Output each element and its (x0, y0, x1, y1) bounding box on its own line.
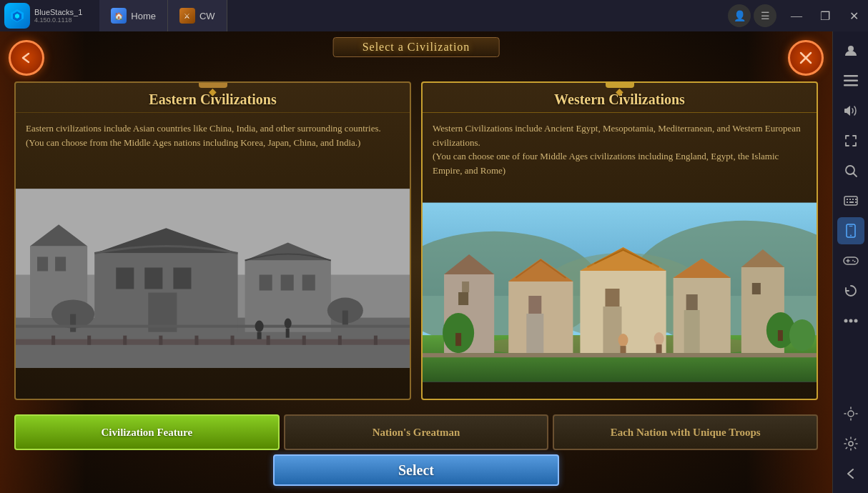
svg-rect-84 (847, 199, 848, 200)
svg-point-102 (848, 411, 854, 417)
svg-rect-18 (260, 274, 272, 290)
topbar: BlueStacks_1 4.150.0.1118 🏠 Home ⚔ CW 👤 … (0, 0, 868, 31)
tab-nations-greatman[interactable]: Nation's Greatman (284, 414, 549, 450)
western-civ-card[interactable]: ◆ Western Civilizations Western Civiliza… (421, 81, 818, 400)
sidebar-settings-icon[interactable] (837, 430, 864, 457)
topbar-icons: 👤 ☰ (728, 4, 776, 27)
sidebar-keyboard-icon[interactable] (837, 187, 864, 214)
title-bar: Select a Civilization (333, 37, 500, 57)
back-button[interactable] (9, 40, 44, 76)
tab-cw[interactable]: ⚔ CW (168, 0, 227, 31)
svg-point-77 (848, 46, 854, 51)
menu-icon[interactable]: ☰ (754, 4, 776, 27)
svg-rect-54 (528, 296, 541, 314)
svg-point-26 (255, 321, 264, 332)
svg-rect-22 (70, 314, 76, 332)
restore-button[interactable]: ❐ (811, 0, 839, 31)
sidebar-brightness-icon[interactable] (837, 400, 864, 427)
svg-point-107 (849, 442, 853, 446)
sidebar-account-icon[interactable] (837, 37, 864, 64)
svg-rect-14 (173, 267, 191, 289)
sidebar-back-icon[interactable] (837, 460, 864, 487)
app-version: 4.150.0.1118 (34, 16, 89, 24)
western-image (423, 186, 817, 399)
svg-rect-19 (281, 274, 294, 290)
svg-rect-8 (37, 257, 48, 271)
svg-point-98 (854, 261, 855, 262)
svg-point-101 (854, 319, 857, 323)
svg-rect-63 (684, 310, 700, 353)
svg-rect-9 (55, 257, 66, 271)
sidebar-volume-icon[interactable] (837, 97, 864, 124)
svg-rect-24 (342, 311, 348, 325)
svg-rect-90 (855, 201, 857, 203)
svg-rect-36 (231, 336, 235, 345)
svg-rect-89 (849, 201, 854, 203)
eastern-desc: Eastern civilizations include Asian coun… (16, 113, 410, 158)
tab-unique-troops[interactable]: Each Nation with Unique Troops (553, 414, 818, 450)
svg-rect-33 (123, 336, 127, 345)
sidebar-search-icon[interactable] (837, 157, 864, 184)
eastern-image (16, 158, 410, 399)
sidebar-rotate-icon[interactable] (837, 277, 864, 304)
svg-line-82 (853, 174, 857, 177)
svg-rect-50 (458, 292, 468, 305)
account-icon[interactable]: 👤 (728, 4, 751, 27)
sidebar-more-icon[interactable] (837, 307, 864, 334)
svg-point-71 (789, 319, 815, 351)
tab-home[interactable]: 🏠 Home (99, 0, 168, 31)
svg-rect-66 (752, 283, 761, 294)
close-game-button[interactable] (788, 40, 824, 76)
svg-rect-51 (462, 282, 469, 292)
select-button[interactable]: Select (273, 454, 559, 486)
svg-rect-78 (844, 75, 858, 77)
cards-container: ◆ Eastern Civilizations Eastern civiliza… (14, 81, 818, 400)
right-sidebar (832, 31, 868, 493)
svg-rect-31 (51, 336, 55, 345)
ornament-west: ◆ (616, 86, 623, 98)
tab-civilization-feature[interactable]: Civilization Feature (14, 414, 280, 450)
sidebar-phone-icon[interactable] (837, 217, 864, 244)
svg-rect-25 (16, 325, 410, 328)
sidebar-fullscreen-icon[interactable] (837, 127, 864, 154)
svg-rect-39 (338, 336, 342, 345)
svg-rect-85 (849, 199, 851, 200)
svg-rect-35 (194, 336, 198, 345)
sidebar-gamepad-icon[interactable] (837, 247, 864, 274)
svg-rect-76 (423, 353, 817, 357)
svg-rect-12 (116, 267, 134, 289)
svg-point-28 (285, 319, 292, 329)
sidebar-menu-icon[interactable] (837, 67, 864, 94)
svg-rect-55 (526, 314, 543, 353)
svg-rect-79 (844, 80, 858, 82)
svg-rect-58 (605, 289, 619, 307)
home-tab-icon: 🏠 (111, 8, 127, 24)
svg-rect-86 (852, 199, 854, 200)
svg-rect-83 (844, 196, 857, 205)
close-button[interactable]: ✕ (839, 0, 868, 31)
bottom-tabs: Civilization Feature Nation's Greatman E… (14, 414, 818, 450)
svg-point-74 (654, 332, 664, 345)
svg-rect-32 (87, 336, 91, 345)
western-desc: Western Civilizations include Ancient Eg… (423, 113, 817, 186)
eastern-civ-card[interactable]: ◆ Eastern Civilizations Eastern civiliza… (14, 81, 411, 400)
svg-point-97 (852, 260, 854, 262)
svg-rect-30 (16, 339, 410, 345)
svg-point-92 (850, 235, 852, 236)
app-name: BlueStacks_1 (34, 8, 82, 16)
svg-rect-37 (267, 336, 270, 345)
svg-rect-40 (374, 336, 378, 345)
svg-rect-13 (144, 267, 162, 289)
cw-tab-icon: ⚔ (179, 8, 195, 24)
svg-rect-62 (686, 294, 698, 310)
window-controls: — ❐ ✕ (782, 0, 868, 31)
svg-rect-68 (455, 333, 461, 346)
svg-rect-88 (847, 201, 848, 203)
svg-rect-94 (844, 257, 858, 264)
tab-home-label: Home (131, 11, 156, 21)
svg-rect-93 (849, 226, 852, 226)
svg-rect-59 (603, 307, 621, 353)
svg-rect-80 (844, 84, 858, 86)
svg-rect-87 (855, 199, 857, 200)
minimize-button[interactable]: — (782, 0, 811, 31)
